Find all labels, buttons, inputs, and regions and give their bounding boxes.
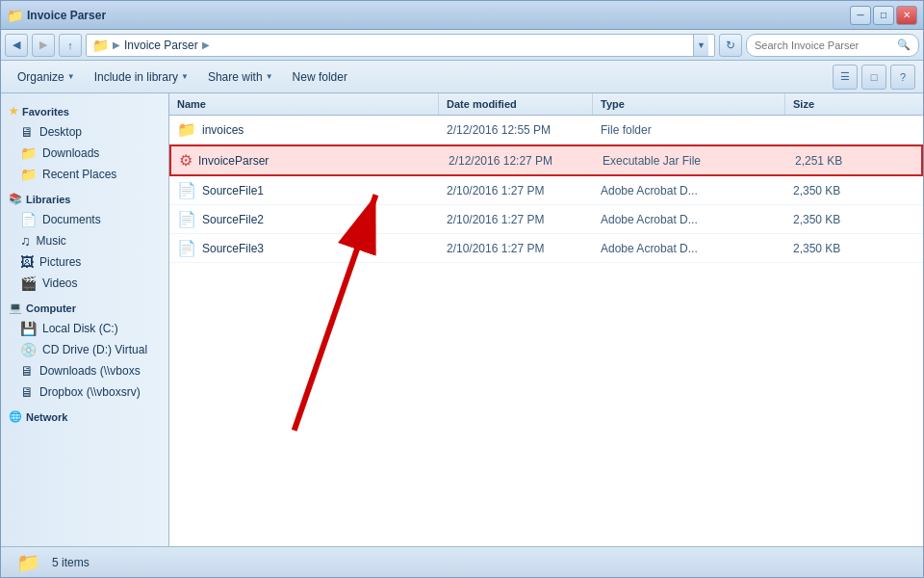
title-bar: 📁 Invoice Parser ─ □ ✕ bbox=[1, 1, 923, 30]
file-name-cell: 📄 SourceFile2 bbox=[169, 205, 439, 233]
share-with-button[interactable]: Share with ▼ bbox=[199, 65, 282, 90]
pdf-icon-1: 📄 bbox=[177, 181, 196, 199]
file-date-cell: 2/12/2016 12:55 PM bbox=[439, 118, 593, 142]
help-button[interactable]: ? bbox=[890, 65, 915, 90]
title-folder-icon: 📁 bbox=[7, 8, 23, 23]
minimize-button[interactable]: ─ bbox=[850, 6, 871, 25]
computer-icon: 💻 bbox=[9, 302, 22, 314]
dropbox-icon: 🖥 bbox=[20, 384, 34, 400]
status-folder-icon: 📁 bbox=[16, 551, 40, 574]
preview-pane-button[interactable]: □ bbox=[861, 65, 886, 90]
sidebar-item-documents[interactable]: 📄 Documents bbox=[1, 209, 168, 230]
documents-icon: 📄 bbox=[20, 212, 37, 227]
table-row[interactable]: 📄 SourceFile1 2/10/2016 1:27 PM Adobe Ac… bbox=[169, 176, 923, 205]
file-size-cell: 2,350 KB bbox=[785, 237, 862, 260]
close-button[interactable]: ✕ bbox=[896, 6, 917, 25]
search-input[interactable] bbox=[755, 39, 893, 51]
file-list: 📁 invoices 2/12/2016 12:55 PM File folde… bbox=[169, 116, 923, 546]
file-name-cell: ⚙ InvoiceParser bbox=[171, 146, 441, 174]
path-arrow-2: ▶ bbox=[202, 39, 210, 50]
favorites-star-icon: ★ bbox=[9, 105, 18, 118]
status-item-count: 5 items bbox=[52, 556, 90, 569]
organize-button[interactable]: Organize ▼ bbox=[9, 65, 84, 90]
file-area: Name Date modified Type Size bbox=[169, 93, 923, 546]
music-icon: ♫ bbox=[20, 233, 31, 249]
sidebar-item-desktop[interactable]: 🖥 Desktop bbox=[1, 121, 168, 143]
organize-dropdown-icon: ▼ bbox=[67, 72, 75, 81]
path-arrow-1: ▶ bbox=[113, 39, 120, 50]
sidebar-item-videos[interactable]: 🎬 Videos bbox=[1, 273, 168, 294]
table-row[interactable]: 📁 invoices 2/12/2016 12:55 PM File folde… bbox=[169, 116, 923, 144]
sidebar: ★ Favorites 🖥 Desktop 📁 Downloads 📁 Rece… bbox=[1, 93, 169, 546]
sidebar-section-network: 🌐 Network bbox=[1, 407, 168, 427]
downloads-icon: 📁 bbox=[20, 145, 37, 161]
col-header-type[interactable]: Type bbox=[593, 93, 785, 115]
sidebar-section-computer: 💻 Computer 💾 Local Disk (C:) 💿 CD Drive … bbox=[1, 298, 168, 403]
address-bar-row: ◀ ▶ ↑ 📁 ▶ Invoice Parser ▶ ▼ ↻ 🔍 bbox=[1, 30, 923, 61]
address-path[interactable]: 📁 ▶ Invoice Parser ▶ ▼ bbox=[86, 34, 715, 57]
table-row[interactable]: 📄 SourceFile3 2/10/2016 1:27 PM Adobe Ac… bbox=[169, 234, 923, 263]
col-header-size[interactable]: Size bbox=[785, 93, 862, 115]
file-date-cell: 2/10/2016 1:27 PM bbox=[439, 237, 593, 260]
table-row[interactable]: ⚙ InvoiceParser 2/12/2016 12:27 PM Execu… bbox=[169, 144, 923, 176]
jar-file-icon: ⚙ bbox=[179, 151, 192, 170]
title-bar-left: 📁 Invoice Parser bbox=[7, 8, 850, 23]
sidebar-item-music[interactable]: ♫ Music bbox=[1, 230, 168, 251]
title-bar-controls: ─ □ ✕ bbox=[850, 6, 917, 25]
sidebar-item-downloads-network[interactable]: 🖥 Downloads (\\vboxs bbox=[1, 360, 168, 381]
folder-icon: 📁 bbox=[177, 120, 196, 139]
window-title: Invoice Parser bbox=[27, 9, 106, 22]
file-size-cell: 2,350 KB bbox=[785, 179, 862, 202]
maximize-button[interactable]: □ bbox=[873, 6, 894, 25]
sidebar-item-recent-places[interactable]: 📁 Recent Places bbox=[1, 164, 168, 185]
file-type-cell: Adobe Acrobat D... bbox=[593, 237, 785, 260]
file-type-cell: File folder bbox=[593, 118, 785, 142]
col-header-date[interactable]: Date modified bbox=[439, 93, 593, 115]
table-row[interactable]: 📄 SourceFile2 2/10/2016 1:27 PM Adobe Ac… bbox=[169, 205, 923, 234]
path-dropdown[interactable]: ▼ bbox=[693, 35, 708, 56]
file-date-cell: 2/10/2016 1:27 PM bbox=[439, 179, 593, 202]
sidebar-item-downloads[interactable]: 📁 Downloads bbox=[1, 143, 168, 164]
include-library-button[interactable]: Include in library ▼ bbox=[86, 65, 197, 90]
sidebar-item-local-disk[interactable]: 💾 Local Disk (C:) bbox=[1, 318, 168, 339]
explorer-window: 📁 Invoice Parser ─ □ ✕ ◀ ▶ ↑ 📁 ▶ Invoice… bbox=[0, 0, 924, 578]
sidebar-header-libraries[interactable]: 📚 Libraries bbox=[1, 189, 168, 209]
sidebar-header-computer[interactable]: 💻 Computer bbox=[1, 298, 168, 318]
toolbar: Organize ▼ Include in library ▼ Share wi… bbox=[1, 61, 923, 93]
path-label: Invoice Parser bbox=[124, 39, 198, 52]
search-box[interactable]: 🔍 bbox=[746, 34, 919, 57]
new-folder-button[interactable]: New folder bbox=[284, 65, 356, 90]
up-button[interactable]: ↑ bbox=[59, 34, 82, 57]
sidebar-header-favorites[interactable]: ★ Favorites bbox=[1, 101, 168, 121]
videos-icon: 🎬 bbox=[20, 276, 37, 291]
desktop-icon: 🖥 bbox=[20, 124, 34, 140]
include-dropdown-icon: ▼ bbox=[181, 72, 189, 81]
path-folder-icon: 📁 bbox=[92, 38, 109, 53]
downloads-network-icon: 🖥 bbox=[20, 363, 34, 379]
file-size-cell: 2,350 KB bbox=[785, 208, 862, 231]
pdf-icon-2: 📄 bbox=[177, 210, 196, 228]
pictures-icon: 🖼 bbox=[20, 254, 34, 270]
file-type-cell: Adobe Acrobat D... bbox=[593, 208, 785, 231]
forward-button[interactable]: ▶ bbox=[32, 34, 55, 57]
view-toggle-button[interactable]: ☰ bbox=[833, 65, 858, 90]
file-date-cell: 2/10/2016 1:27 PM bbox=[439, 208, 593, 231]
search-icon: 🔍 bbox=[897, 39, 911, 51]
file-size-cell: 2,251 KB bbox=[787, 149, 864, 172]
sidebar-item-dropbox[interactable]: 🖥 Dropbox (\\vboxsrv) bbox=[1, 381, 168, 403]
column-header-row: Name Date modified Type Size bbox=[169, 93, 923, 116]
main-content: ★ Favorites 🖥 Desktop 📁 Downloads 📁 Rece… bbox=[1, 93, 923, 546]
sidebar-header-network[interactable]: 🌐 Network bbox=[1, 407, 168, 427]
file-area-wrapper: Name Date modified Type Size bbox=[169, 93, 923, 546]
file-name-cell: 📄 SourceFile3 bbox=[169, 234, 439, 262]
back-button[interactable]: ◀ bbox=[5, 34, 28, 57]
col-header-name[interactable]: Name bbox=[169, 93, 439, 115]
sidebar-item-cd-drive[interactable]: 💿 CD Drive (D:) Virtual bbox=[1, 339, 168, 360]
sidebar-section-favorites: ★ Favorites 🖥 Desktop 📁 Downloads 📁 Rece… bbox=[1, 101, 168, 185]
network-icon: 🌐 bbox=[9, 410, 22, 423]
sidebar-item-pictures[interactable]: 🖼 Pictures bbox=[1, 251, 168, 273]
local-disk-icon: 💾 bbox=[20, 321, 37, 336]
refresh-button[interactable]: ↻ bbox=[719, 34, 742, 57]
recent-places-icon: 📁 bbox=[20, 167, 37, 182]
sidebar-section-libraries: 📚 Libraries 📄 Documents ♫ Music 🖼 Pictur… bbox=[1, 189, 168, 294]
